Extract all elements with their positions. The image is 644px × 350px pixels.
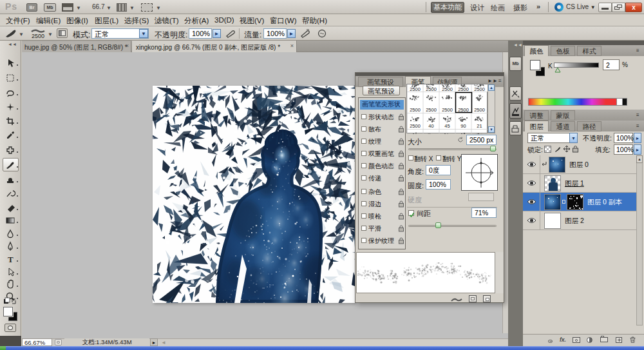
svg-text:2500: 2500 xyxy=(474,86,485,92)
svg-text:40: 40 xyxy=(428,123,433,129)
svg-text:2500: 2500 xyxy=(442,86,453,92)
svg-text:2500: 2500 xyxy=(442,107,453,113)
svg-text:2500: 2500 xyxy=(458,86,469,92)
svg-text:45: 45 xyxy=(444,123,450,129)
svg-text:90: 90 xyxy=(460,123,466,129)
svg-text:2500: 2500 xyxy=(426,86,437,92)
svg-text:T: T xyxy=(8,255,14,264)
svg-text:2500: 2500 xyxy=(474,107,485,113)
svg-text:2500: 2500 xyxy=(410,123,421,129)
svg-text:2500: 2500 xyxy=(410,86,421,92)
svg-text:2500: 2500 xyxy=(410,107,421,113)
svg-text:21: 21 xyxy=(477,123,482,129)
svg-text:2500: 2500 xyxy=(426,107,437,113)
svg-text:2500: 2500 xyxy=(458,107,469,113)
